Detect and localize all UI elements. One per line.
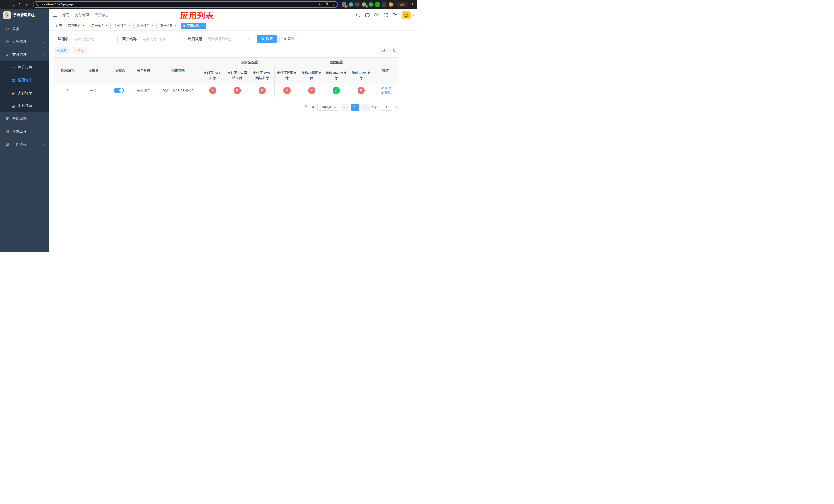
current-page[interactable]: 1 [351,104,359,111]
browser-back-icon[interactable]: ← [2,1,9,8]
github-icon[interactable] [364,11,371,19]
next-page-button[interactable]: › [361,104,369,111]
cell-config-status: × [200,84,225,97]
sidebar-item-应用信息[interactable]: ▦应用信息 [0,74,49,87]
tab-label: 流程表单 [68,24,80,28]
status-select[interactable]: 请选择开启状态 [205,35,253,43]
toolbar-right: ↻ [380,47,398,54]
enabled-toggle[interactable] [114,88,124,93]
extension-blue-square[interactable]: 10 [342,2,346,7]
sidebar-item-退款订单[interactable]: ▤退款订单 [0,99,49,112]
breadcrumb-item[interactable]: 支付管理 [74,13,89,18]
tab-label: 应用信息 [187,24,199,28]
breadcrumb-item[interactable]: 首页 [62,13,69,18]
search-button[interactable]: 搜索 [257,35,277,43]
refresh-table-button[interactable]: ↻ [390,47,398,54]
browser-update-button[interactable]: 更新 [396,2,408,7]
grid-icon: ▦ [11,78,15,83]
app-title: 芋道管理系统 [13,13,35,18]
export-button-label: 导出 [78,48,84,53]
tab-商户信息[interactable]: 商户信息× [158,23,180,29]
merchant-name-input[interactable] [139,35,183,43]
sidebar-menu: ⊙首页⚙系统管理¥支付管理▭商户信息▦应用信息◉支付订单▤退款订单▣基础设施⊞研… [0,23,49,252]
pagination: 共 1 条 10条/页 ‹ 1 › 前往 页 [54,104,398,111]
sidebar-item-系统管理[interactable]: ⚙系统管理 [0,36,49,48]
sidebar-item-工作流程[interactable]: ⊡工作流程 [0,138,49,151]
goto-label: 前往 [372,105,378,110]
share-icon[interactable] [325,2,328,7]
extension-color-wheel[interactable]: 1 [362,2,366,7]
app-table: 应用编号应用名开启状态商户名称创建时间支付宝配置微信配置操作支付宝 APP 支付… [54,58,398,97]
sidebar-logo[interactable]: 芋道管理系统 [0,9,49,22]
page-title-annotation: 应用列表 [180,10,214,21]
column-subheader: 微信小程序支付 [299,67,324,84]
edit-button[interactable]: 修改 [381,86,391,91]
sidebar-item-label: 研发工具 [12,129,27,134]
active-tab-dot [183,25,185,27]
sidebar-item-支付管理[interactable]: ¥支付管理 [0,48,49,61]
font-size-icon[interactable]: TT [391,11,399,19]
tab-首页[interactable]: 首页 [53,23,64,29]
tab-流程表单[interactable]: 流程表单× [66,23,87,29]
browser-forward-icon[interactable]: → [9,1,16,8]
extension-dark-globe[interactable] [355,2,359,7]
chevron-down-icon [43,143,45,145]
header-search-icon[interactable] [354,11,362,19]
delete-button[interactable]: 删除 [381,91,391,95]
goto-page-input[interactable] [381,104,392,111]
address-bar[interactable]: ⓘ localhost:1024/pay/app ☆ [33,1,338,8]
help-icon[interactable]: ? [373,11,380,19]
reset-button[interactable]: ↻ 重置 [279,35,298,43]
page-size-select[interactable]: 10条/页 [317,104,338,111]
tab-close-icon[interactable]: × [200,24,204,28]
cell-actions: 修改删除 [373,84,398,97]
browser-home-icon[interactable]: ⌂ [24,1,31,8]
column-header: 应用编号 [54,58,81,84]
user-menu[interactable] [402,11,414,20]
cell-config-status: × [275,84,299,97]
fullscreen-icon[interactable] [382,11,390,19]
sidebar-item-研发工具[interactable]: ⊞研发工具 [0,125,49,138]
navbar-tools: ? TT [354,11,417,20]
breadcrumb-separator: / [91,13,92,17]
extension-dark-pin[interactable] [382,2,386,7]
tab-close-icon[interactable]: × [128,24,131,28]
tab-close-icon[interactable]: × [82,24,85,28]
tab-应用信息[interactable]: 应用信息× [181,23,206,29]
browser-menu-icon[interactable]: ⋮ [410,2,415,7]
extension-green-chat[interactable] [375,2,379,7]
breadcrumb-item: 应用信息 [95,13,109,18]
tab-close-icon[interactable]: × [151,24,154,28]
password-key-icon[interactable] [318,2,322,7]
export-button[interactable]: ↓ 导出 [72,47,87,54]
prev-page-button[interactable]: ‹ [341,104,349,111]
tab-用户分组[interactable]: 用户分组× [89,23,111,29]
bookmark-star-icon[interactable]: ☆ [331,2,334,6]
tab-close-icon[interactable]: × [105,24,108,28]
extension-teal-drop[interactable] [349,2,353,7]
page-size-value: 10条/页 [320,105,331,110]
cell-config-status: × [225,84,250,97]
sidebar-item-首页[interactable]: ⊙首页 [0,23,49,36]
sidebar-item-基础设施[interactable]: ▣基础设施 [0,112,49,125]
table-toolbar: + 新增 ↓ 导出 ↻ [54,47,398,54]
tab-退款订单[interactable]: 退款订单× [135,23,157,29]
sidebar-item-label: 支付管理 [12,52,27,57]
sidebar-item-支付订单[interactable]: ◉支付订单 [0,87,49,99]
extension-orange-face[interactable] [389,2,393,7]
browser-reload-icon[interactable]: ↻ [16,1,24,8]
extension-wechat-devtools[interactable] [369,2,373,7]
add-button[interactable]: + 新增 [54,47,69,54]
tab-支付订单[interactable]: 支付订单× [112,23,134,29]
filter-form: 应用名 商户名称 开启状态 请选择开启状态 [58,35,412,43]
extension-badge: 10 [345,5,348,8]
tab-close-icon[interactable]: × [174,24,177,28]
app-name-input[interactable] [71,35,118,43]
sidebar-item-商户信息[interactable]: ▭商户信息 [0,61,49,74]
chevron-down-icon [43,131,45,133]
toggle-search-button[interactable] [380,47,388,54]
url-text[interactable]: localhost:1024/pay/app [42,3,316,6]
dashboard-icon: ⊙ [5,27,10,31]
sidebar-toggle-icon[interactable] [49,14,61,17]
site-info-icon[interactable]: ⓘ [36,2,40,7]
